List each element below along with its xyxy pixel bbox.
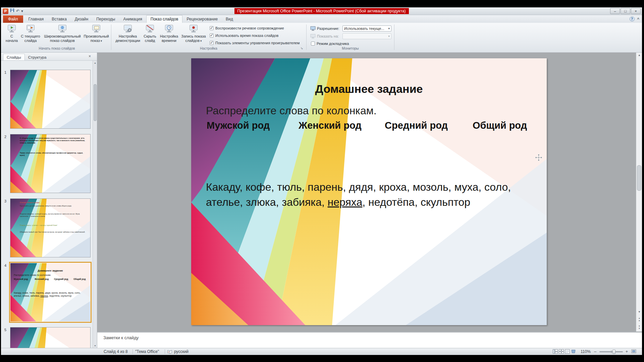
tab-insert[interactable]: Вставка: [48, 15, 71, 23]
collapse-ribbon-icon[interactable]: ^: [637, 17, 639, 21]
pane-scrollbar[interactable]: ▲ ▼: [93, 61, 97, 348]
zoom-in-button[interactable]: +: [624, 349, 629, 354]
zoom-level[interactable]: 110%: [581, 348, 591, 355]
dropdown-arrow-icon: ▾: [388, 27, 390, 30]
group-label-monitors: Мониторы: [308, 46, 393, 51]
scrollbar-thumb[interactable]: [637, 165, 641, 191]
from-current-slide-button[interactable]: С текущего слайда: [20, 23, 41, 46]
hide-slide-button[interactable]: Скрыть слайд: [142, 23, 158, 46]
checkbox-icon: ✓: [210, 41, 214, 45]
slide-body-text[interactable]: Какаду, кофе, тюль, парень, дядя, кроха,…: [206, 180, 518, 210]
custom-slideshow-button[interactable]: Произвольный показ▾: [84, 23, 109, 46]
close-button[interactable]: ×: [631, 8, 641, 14]
slide-thumbnail-5[interactable]: [10, 327, 91, 348]
zoom-slider-knob[interactable]: [612, 350, 615, 354]
underlined-word: неряха: [328, 196, 363, 208]
thumbnail-number: 3: [4, 199, 6, 203]
from-beginning-button[interactable]: С начала: [4, 23, 19, 46]
group-separator: [394, 24, 394, 50]
notes-pane[interactable]: Заметки к слайду: [97, 331, 642, 348]
slide-thumbnail-2[interactable]: К общему роду относятся имена существите…: [10, 134, 91, 193]
powerpoint-window: P ↶ ▾ Презентация Microsoft Office Power…: [1, 7, 642, 355]
checkbox-presenter-view[interactable]: Режим докладчика: [311, 41, 349, 46]
column-header-masculine[interactable]: Мужской род: [207, 120, 270, 131]
broadcast-slideshow-button[interactable]: Широковещательный показ слайдов: [43, 23, 82, 46]
dropdown-arrow-icon: ▾: [388, 35, 390, 38]
minimize-button[interactable]: –: [610, 8, 620, 14]
hidden-slide-icon: [145, 24, 155, 34]
column-header-feminine[interactable]: Женский род: [299, 120, 362, 131]
tab-animations[interactable]: Анимация: [119, 15, 146, 23]
screen-play-icon: [7, 24, 17, 34]
tab-slideshow[interactable]: Показ слайдов: [146, 15, 183, 23]
column-header-neuter[interactable]: Средний род: [385, 120, 448, 131]
checkbox-icon: ✓: [210, 34, 214, 38]
slide-canvas[interactable]: Домашнее задание Распределите слова по к…: [191, 58, 547, 325]
rehearse-timings-button[interactable]: Настройка времени: [159, 23, 179, 46]
zoom-slider[interactable]: [599, 351, 623, 352]
checkbox-play-narrations[interactable]: ✓ Воспроизвести речевое сопровождение: [210, 25, 284, 31]
pane-close-icon[interactable]: ×: [89, 54, 91, 58]
slide-sorter-view-button[interactable]: [558, 349, 564, 354]
help-icon[interactable]: ?: [630, 16, 635, 21]
svg-text:×: ×: [168, 351, 169, 353]
tab-design[interactable]: Дизайн: [71, 15, 92, 23]
screen-globe-icon: [57, 24, 67, 34]
qat-dropdown-icon[interactable]: ▾: [21, 8, 23, 14]
group-separator: [306, 24, 307, 50]
record-slideshow-button[interactable]: Запись показа слайдов▾: [180, 23, 207, 46]
resolution-row: Разрешение:: [310, 25, 339, 32]
vertical-scrollbar[interactable]: ▲ ▼ ▲▲ ▼▼: [636, 53, 642, 331]
clock-icon: [164, 24, 174, 34]
checkbox-icon: ✓: [210, 26, 214, 30]
slide-subtitle[interactable]: Распределите слова по колонкам.: [206, 105, 377, 117]
scroll-down-icon[interactable]: ▼: [636, 309, 642, 315]
scroll-down-icon[interactable]: ▼: [93, 344, 97, 348]
tab-home[interactable]: Главная: [24, 15, 48, 23]
save-icon[interactable]: [10, 8, 14, 14]
slide-thumbnail-4-selected[interactable]: Домашнее задание Распределите слова по к…: [10, 263, 91, 322]
slide-editor-area: Домашнее задание Распределите слова по к…: [97, 53, 642, 331]
tab-file[interactable]: Файл: [3, 15, 23, 23]
fit-to-window-button[interactable]: [631, 349, 637, 354]
titlebar: P ↶ ▾ Презентация Microsoft Office Power…: [1, 7, 642, 15]
setup-slideshow-button[interactable]: Настройка демонстрации: [115, 23, 141, 46]
slide-counter: Слайд 4 из 8: [104, 348, 128, 355]
column-header-common[interactable]: Общий род: [473, 120, 527, 131]
zoom-out-button[interactable]: –: [593, 349, 598, 354]
pane-scrollbar-thumb[interactable]: [94, 84, 97, 121]
thumbnail-number: 4: [4, 263, 6, 267]
previous-slide-icon[interactable]: ▲▲: [636, 317, 642, 322]
spellcheck-icon[interactable]: ×: [167, 349, 172, 355]
show-on-row: Показать на:: [310, 33, 339, 39]
checkbox-use-timings[interactable]: ✓ Использовать время показа слайдов: [210, 33, 278, 38]
resolution-combobox[interactable]: Использовать текуще... ▾: [342, 25, 391, 32]
pane-tab-outline[interactable]: Структура: [25, 54, 50, 60]
slide-title[interactable]: Домашнее задание: [191, 82, 547, 96]
ribbon: С начала С текущего слайда Широковещател…: [1, 23, 642, 53]
scroll-up-icon[interactable]: ▲: [636, 53, 642, 58]
powerpoint-app-icon[interactable]: P: [3, 8, 8, 14]
slide-thumbnail-1[interactable]: [10, 70, 91, 129]
slideshow-view-button[interactable]: [571, 349, 576, 354]
tab-view[interactable]: Вид: [222, 15, 237, 23]
screen-current-icon: [25, 24, 36, 34]
slide-design-art: [10, 70, 90, 128]
maximize-button[interactable]: □: [621, 8, 630, 14]
language-indicator[interactable]: русский: [174, 348, 189, 355]
screen-record-icon: [189, 24, 199, 34]
thumbnail-number: 2: [4, 135, 6, 139]
tab-transitions[interactable]: Переходы: [92, 15, 119, 23]
pane-tab-slides[interactable]: Слайды: [3, 54, 25, 60]
window-controls: – □ ×: [610, 8, 641, 14]
dialog-launcher-icon[interactable]: ⇘: [301, 47, 303, 50]
next-slide-icon[interactable]: ▼▼: [636, 325, 642, 330]
normal-view-button[interactable]: [552, 349, 558, 354]
tab-review[interactable]: Рецензирование: [182, 15, 222, 23]
reading-view-button[interactable]: [565, 349, 570, 354]
slide-thumbnail-3[interactable]: Слова общего рода Прочитайте детские дра…: [10, 198, 91, 257]
undo-icon[interactable]: ↶: [16, 8, 19, 14]
slides-pane: Слайды Структура × 1 2 К общему роду отн…: [1, 53, 97, 348]
scroll-up-icon[interactable]: ▲: [93, 61, 97, 65]
checkbox-show-media-controls[interactable]: ✓ Показать элементы управления проигрыва…: [210, 40, 300, 46]
